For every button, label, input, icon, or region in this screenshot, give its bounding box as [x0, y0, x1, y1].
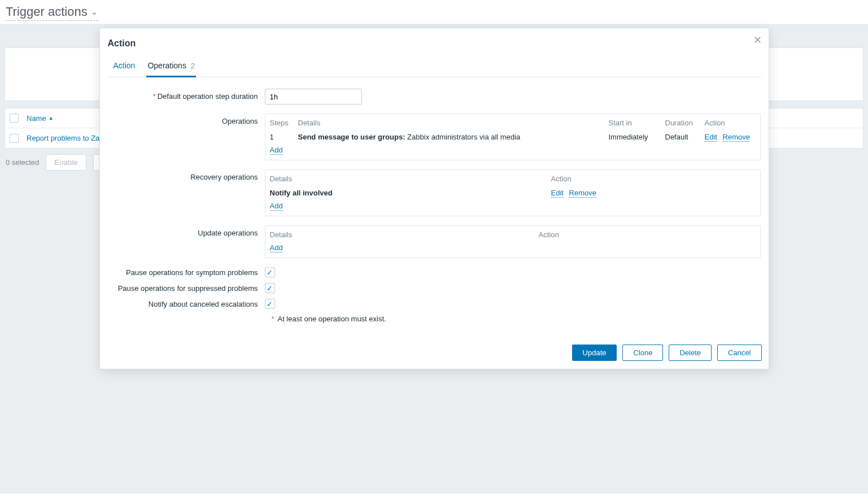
cell-actions: Edit Remove [705, 133, 756, 141]
cell-duration: Default [665, 133, 705, 141]
cell-details: Send message to user groups: Zabbix admi… [298, 133, 609, 141]
op-add-link[interactable]: Add [270, 146, 283, 155]
cancel-button[interactable]: Cancel [717, 345, 761, 361]
delete-button[interactable]: Delete [669, 345, 712, 361]
cell-details-bold: Send message to user groups: [298, 133, 405, 141]
cell-details-rest: Zabbix administrators via all media [405, 133, 521, 141]
row-pause-suppressed: Pause operations for suppressed problems… [108, 283, 761, 293]
operations-row: 1 Send message to user groups: Zabbix ad… [270, 132, 756, 146]
recovery-add-row: Add [270, 202, 756, 210]
modal-tabs: Action Operations 2 [107, 58, 762, 77]
col-details: Details [298, 119, 609, 127]
page-body: Name ▲ Report problems to Zabbix a 0 sel… [0, 25, 868, 494]
row-recovery-ops: Recovery operations Details Action Notif… [108, 169, 761, 216]
label-pause-symptom: Pause operations for symptom problems [108, 267, 265, 277]
required-asterisk-footnote: * [272, 315, 274, 323]
chevron-down-icon: ⌄ [91, 7, 98, 16]
upd-col-details: Details [270, 230, 539, 239]
tab-action[interactable]: Action [112, 58, 137, 77]
label-pause-suppressed: Pause operations for suppressed problems [108, 283, 265, 293]
modal-form: *Default operation step duration Operati… [107, 77, 762, 323]
col-startin: Start in [609, 119, 665, 127]
checkbox-pause-symptom[interactable]: ✓ [265, 267, 275, 277]
rec-col-details: Details [270, 175, 551, 183]
modal-overlay: ✕ Action Action Operations 2 *Default op… [0, 28, 868, 494]
col-action: Action [705, 119, 756, 127]
label-operations: Operations [108, 114, 265, 125]
label-recovery-ops: Recovery operations [108, 169, 265, 181]
label-default-step: *Default operation step duration [108, 89, 265, 101]
col-steps: Steps [270, 119, 298, 127]
rec-edit-link[interactable]: Edit [551, 189, 564, 198]
col-duration: Duration [665, 119, 705, 127]
footnote-text: At least one operation must exist. [277, 315, 386, 323]
modal-title: Action [108, 38, 762, 49]
op-remove-link[interactable]: Remove [723, 133, 750, 142]
tab-operations-label: Operations [147, 61, 186, 70]
operations-add-row: Add [270, 146, 756, 154]
update-button[interactable]: Update [572, 345, 617, 361]
row-pause-symptom: Pause operations for symptom problems ✓ [108, 267, 761, 277]
required-asterisk: * [153, 92, 156, 101]
footnote: * At least one operation must exist. [272, 315, 761, 323]
page-title-text: Trigger actions [6, 5, 88, 19]
update-box: Details Action Add [265, 225, 761, 258]
default-step-input[interactable] [265, 89, 362, 104]
action-modal: ✕ Action Action Operations 2 *Default op… [99, 28, 769, 369]
row-default-step: *Default operation step duration [108, 89, 761, 104]
recovery-header: Details Action [270, 173, 756, 188]
row-update-ops: Update operations Details Action Add [108, 225, 761, 258]
operations-box: Steps Details Start in Duration Action 1… [265, 114, 761, 160]
clone-button[interactable]: Clone [622, 345, 663, 361]
update-header: Details Action [270, 229, 756, 243]
tab-action-label: Action [114, 61, 136, 70]
recovery-box: Details Action Notify all involved Edit … [265, 169, 761, 216]
checkbox-notify-canceled[interactable]: ✓ [265, 299, 275, 309]
recovery-row: Notify all involved Edit Remove [270, 188, 756, 202]
update-add-row: Add [270, 243, 756, 252]
label-notify-canceled: Notify about canceled escalations [108, 299, 265, 308]
upd-col-action: Action [539, 230, 756, 239]
operations-header: Steps Details Start in Duration Action [270, 117, 756, 132]
rec-remove-link[interactable]: Remove [569, 189, 596, 198]
row-notify-canceled: Notify about canceled escalations ✓ [108, 299, 761, 309]
checkbox-pause-suppressed[interactable]: ✓ [265, 283, 275, 293]
modal-footer: Update Clone Delete Cancel [107, 345, 762, 361]
tab-operations[interactable]: Operations 2 [146, 58, 196, 77]
cell-startin: Immediately [609, 133, 665, 141]
page-title-dropdown[interactable]: Trigger actions ⌄ [6, 5, 98, 21]
cell-steps: 1 [270, 133, 298, 141]
op-edit-link[interactable]: Edit [705, 133, 717, 142]
row-operations: Operations Steps Details Start in Durati… [108, 114, 761, 160]
rec-col-action: Action [551, 175, 756, 183]
tab-operations-badge: 2 [191, 62, 195, 70]
close-icon[interactable]: ✕ [753, 34, 762, 46]
rec-cell-details: Notify all involved [270, 189, 551, 197]
rec-add-link[interactable]: Add [270, 202, 283, 211]
label-update-ops: Update operations [108, 225, 265, 237]
page-header: Trigger actions ⌄ [0, 0, 868, 25]
upd-add-link[interactable]: Add [270, 243, 283, 252]
rec-cell-actions: Edit Remove [551, 189, 756, 197]
